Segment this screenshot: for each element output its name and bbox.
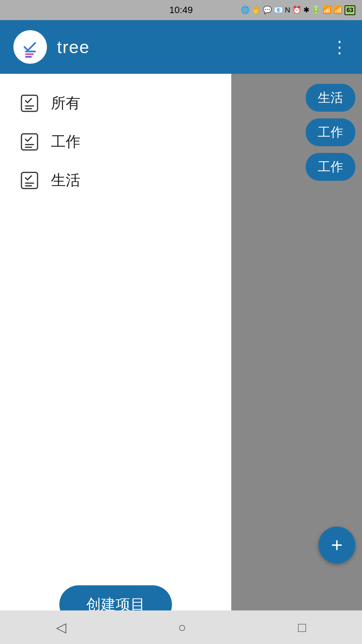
logo-svg (18, 35, 42, 59)
menu-work-label: 工作 (51, 132, 80, 152)
checklist-work-icon (20, 132, 39, 151)
fab-add-button[interactable]: + (318, 527, 355, 564)
app-content: ⋮ 生活 工作 工作 + (231, 20, 362, 644)
checklist-all-icon (20, 94, 39, 113)
svg-rect-3 (25, 56, 32, 58)
bluetooth-icon: ✱ (303, 6, 309, 14)
more-options-button[interactable]: ⋮ (328, 34, 352, 60)
drawer-menu: 所有 工作 (0, 74, 231, 579)
battery-level: 63 (345, 5, 355, 15)
home-button[interactable]: ○ (168, 616, 196, 638)
tag-work-2[interactable]: 工作 (306, 153, 355, 181)
menu-item-all[interactable]: 所有 (0, 84, 231, 122)
menu-item-work[interactable]: 工作 (0, 122, 231, 161)
tag-work-1[interactable]: 工作 (306, 118, 355, 146)
wifi-icon: 📶 (322, 6, 331, 14)
email-icon: 📧 (274, 6, 283, 14)
app-title: tree (57, 37, 90, 57)
drawer-panel: tree 所有 (0, 20, 231, 644)
status-icons: 🌐 🖐 💬 📧 N ⏰ ✱ 🔋 📶 📶 63 (241, 5, 355, 15)
svg-rect-1 (25, 51, 36, 52)
menu-life-label: 生活 (51, 170, 80, 190)
status-bar: 10:49 🌐 🖐 💬 📧 N ⏰ ✱ 🔋 📶 📶 63 (0, 0, 362, 20)
app-header: tree (0, 20, 231, 74)
main-layout: tree 所有 (0, 20, 362, 644)
checklist-life-icon (20, 171, 39, 190)
status-time: 10:49 (169, 5, 193, 15)
app-logo (13, 30, 47, 64)
svg-rect-2 (25, 53, 34, 55)
tag-life[interactable]: 生活 (306, 84, 355, 112)
recent-button[interactable]: □ (288, 616, 316, 638)
battery-icon: 🔋 (311, 6, 320, 14)
nfc-icon: N (285, 6, 290, 14)
menu-item-life[interactable]: 生活 (0, 161, 231, 200)
alarm-icon: ⏰ (292, 6, 301, 14)
back-button[interactable]: ◁ (46, 616, 76, 638)
bottom-nav: ◁ ○ □ (0, 610, 362, 644)
signal-bars-icon: 📶 (334, 6, 343, 14)
right-header: ⋮ (231, 20, 362, 74)
signal-icon: 🌐 (241, 6, 250, 14)
plus-icon: + (331, 535, 343, 555)
menu-all-label: 所有 (51, 93, 80, 113)
message-icon: 💬 (263, 6, 272, 14)
hand-icon: 🖐 (252, 6, 261, 14)
right-content: 生活 工作 工作 + (231, 74, 362, 610)
